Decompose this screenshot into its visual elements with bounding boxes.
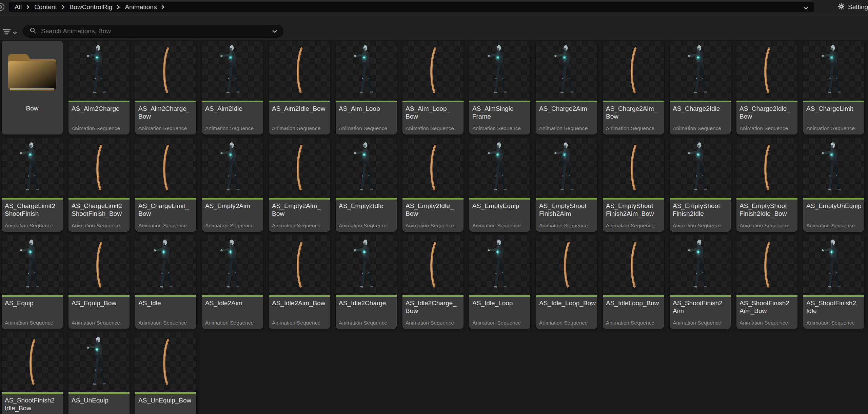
- asset-tile[interactable]: AS_ShootFinish2 Aim Animation Sequence: [670, 235, 731, 329]
- asset-thumbnail: [202, 235, 263, 295]
- forward-arrow-icon[interactable]: [0, 3, 5, 11]
- asset-tile[interactable]: AS_Empty2Idle_ Bow Animation Sequence: [402, 138, 463, 232]
- asset-tile[interactable]: AS_ChargeLimit Animation Sequence: [803, 41, 864, 134]
- asset-tile[interactable]: AS_Aim2Charge Animation Sequence: [68, 41, 130, 134]
- asset-tile[interactable]: AS_EmptyShoot Finish2Idle Animation Sequ…: [670, 138, 731, 232]
- asset-thumbnail: [736, 235, 797, 295]
- asset-tile[interactable]: AS_AimSingle Frame Animation Sequence: [469, 41, 530, 134]
- asset-thumbnail: [803, 41, 864, 101]
- asset-tile[interactable]: AS_Idle2Charge Animation Sequence: [336, 235, 397, 329]
- asset-name: AS_Idle2Charge: [336, 297, 397, 320]
- folder-name: Bow: [2, 102, 63, 134]
- search-input[interactable]: [40, 27, 268, 35]
- asset-tile[interactable]: AS_ShootFinish2 Idle Animation Sequence: [803, 235, 864, 329]
- asset-tile[interactable]: AS_Charge2Idle Animation Sequence: [670, 41, 731, 134]
- asset-type: Animation Sequence: [202, 125, 263, 134]
- asset-tile[interactable]: AS_Charge2Idle_ Bow Animation Sequence: [736, 41, 797, 134]
- asset-type: Animation Sequence: [469, 125, 530, 134]
- asset-name: AS_Aim2Charge: [68, 102, 130, 125]
- asset-type: Animation Sequence: [68, 320, 130, 329]
- asset-type: Animation Sequence: [402, 223, 463, 232]
- asset-name: AS_Charge2Idle: [670, 102, 731, 125]
- asset-name: AS_Idle_Loop_Bow: [536, 297, 597, 320]
- asset-thumbnail: [2, 332, 63, 392]
- asset-tile[interactable]: AS_Charge2Aim Animation Sequence: [536, 41, 597, 134]
- asset-thumbnail: [536, 41, 597, 101]
- asset-thumbnail: [269, 138, 330, 198]
- asset-tile[interactable]: AS_ChargeLimit2 ShootFinish Animation Se…: [2, 138, 63, 232]
- asset-type: Animation Sequence: [202, 223, 263, 232]
- asset-thumbnail: [536, 235, 597, 295]
- asset-thumbnail: [469, 138, 530, 198]
- search-chevron-down-icon[interactable]: [272, 30, 277, 33]
- asset-type: Animation Sequence: [670, 125, 731, 134]
- asset-tile[interactable]: AS_Aim2Charge_ Bow Animation Sequence: [135, 41, 196, 134]
- asset-name: AS_EmptyShoot Finish2Aim_Bow: [603, 200, 664, 223]
- asset-tile[interactable]: AS_Equip Animation Sequence: [2, 235, 63, 329]
- asset-tile[interactable]: AS_ChargeLimit_ Bow Animation Sequence: [135, 138, 196, 232]
- breadcrumb-item[interactable]: Animations: [125, 2, 157, 12]
- asset-thumbnail: [202, 138, 263, 198]
- asset-tile[interactable]: AS_EmptyShoot Finish2Aim_Bow Animation S…: [603, 138, 664, 232]
- asset-tile[interactable]: AS_IdleLoop_Bow Animation Sequence: [603, 235, 664, 329]
- asset-type: Animation Sequence: [336, 223, 397, 232]
- asset-tile[interactable]: AS_Empty2Idle Animation Sequence: [336, 138, 397, 232]
- asset-tile[interactable]: AS_ShootFinish2 Aim_Bow Animation Sequen…: [736, 235, 797, 329]
- asset-tile[interactable]: AS_Charge2Aim_ Bow Animation Sequence: [603, 41, 664, 134]
- asset-tile[interactable]: AS_Empty2Aim Animation Sequence: [202, 138, 263, 232]
- asset-name: AS_Charge2Idle_ Bow: [736, 102, 797, 125]
- search-box[interactable]: [23, 25, 283, 38]
- asset-type: Animation Sequence: [803, 125, 864, 134]
- asset-tile[interactable]: AS_EmptyShoot Finish2Aim Animation Seque…: [536, 138, 597, 232]
- asset-thumbnail: [402, 235, 463, 295]
- asset-type: Animation Sequence: [269, 125, 330, 134]
- breadcrumb-item[interactable]: BowControlRig: [70, 2, 113, 12]
- asset-tile[interactable]: AS_UnEquip_Bow Animation Sequence: [135, 332, 196, 414]
- folder-tile[interactable]: Bow: [2, 41, 63, 134]
- asset-tile[interactable]: AS_EmptyUnEquip Animation Sequence: [803, 138, 864, 232]
- asset-tile[interactable]: AS_ChargeLimit2 ShootFinish_Bow Animatio…: [68, 138, 130, 232]
- asset-tile[interactable]: AS_Aim2Idle Animation Sequence: [202, 41, 263, 134]
- asset-name: AS_Equip_Bow: [68, 297, 130, 320]
- asset-name: AS_ChargeLimit2 ShootFinish: [2, 200, 63, 223]
- asset-tile[interactable]: AS_Idle2Charge_ Bow Animation Sequence: [402, 235, 463, 329]
- path-bar: All Content BowControlRig Animations: [0, 0, 868, 14]
- settings-button[interactable]: Settings: [837, 0, 868, 14]
- asset-tile[interactable]: AS_Aim_Loop_ Bow Animation Sequence: [402, 41, 463, 134]
- asset-name: AS_Empty2Aim: [202, 200, 263, 223]
- asset-tile[interactable]: AS_Idle2Aim Animation Sequence: [202, 235, 263, 329]
- asset-thumbnail: [2, 138, 63, 198]
- asset-tile[interactable]: AS_Idle_Loop_Bow Animation Sequence: [536, 235, 597, 329]
- asset-tile[interactable]: AS_UnEquip Animation Sequence: [68, 332, 130, 414]
- asset-name: AS_EmptyShoot Finish2Idle: [670, 200, 731, 223]
- asset-tile[interactable]: AS_EmptyShoot Finish2Idle_Bow Animation …: [736, 138, 797, 232]
- asset-tile[interactable]: AS_Idle Animation Sequence: [135, 235, 196, 329]
- asset-thumbnail: [336, 41, 397, 101]
- filter-button[interactable]: [3, 28, 17, 37]
- asset-thumbnail: [336, 235, 397, 295]
- asset-thumbnail: [68, 235, 130, 295]
- asset-tile[interactable]: AS_Aim_Loop Animation Sequence: [336, 41, 397, 134]
- asset-name: AS_EmptyUnEquip: [803, 200, 864, 223]
- asset-name: AS_Aim2Idle: [202, 102, 263, 125]
- asset-tile[interactable]: AS_Equip_Bow Animation Sequence: [68, 235, 130, 329]
- asset-type: Animation Sequence: [469, 320, 530, 329]
- asset-tile[interactable]: AS_ShootFinish2 Idle_Bow Animation Seque…: [2, 332, 63, 414]
- asset-name: AS_EmptyShoot Finish2Idle_Bow: [736, 200, 797, 223]
- asset-tile[interactable]: AS_Idle_Loop Animation Sequence: [469, 235, 530, 329]
- asset-tile[interactable]: AS_Empty2Aim_ Bow Animation Sequence: [269, 138, 330, 232]
- breadcrumb-item[interactable]: All: [15, 2, 22, 12]
- asset-thumbnail: [603, 41, 664, 101]
- asset-type: Animation Sequence: [603, 125, 664, 134]
- folder-icon: [2, 41, 63, 102]
- asset-tile[interactable]: AS_EmptyEquip Animation Sequence: [469, 138, 530, 232]
- filter-icon: [3, 28, 11, 37]
- asset-name: AS_Aim2Idle_Bow: [269, 102, 330, 125]
- asset-name: AS_IdleLoop_Bow: [603, 297, 664, 320]
- asset-tile[interactable]: AS_Idle2Aim_Bow Animation Sequence: [269, 235, 330, 329]
- breadcrumb-item[interactable]: Content: [34, 2, 57, 12]
- path-history-chevron-down-icon[interactable]: [804, 5, 808, 11]
- asset-name: AS_Empty2Aim_ Bow: [269, 200, 330, 223]
- asset-name: AS_EmptyShoot Finish2Aim: [536, 200, 597, 223]
- asset-tile[interactable]: AS_Aim2Idle_Bow Animation Sequence: [269, 41, 330, 134]
